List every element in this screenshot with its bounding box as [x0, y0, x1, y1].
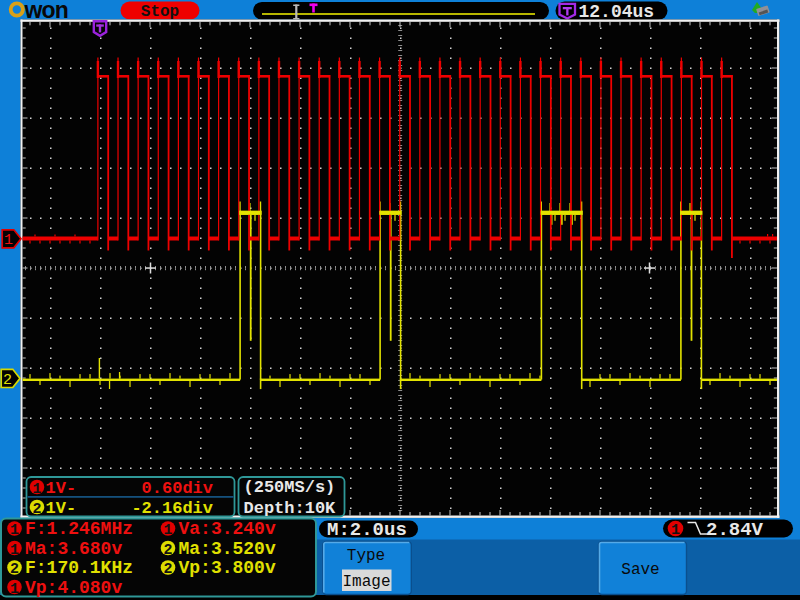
svg-text:Ma:3.520v: Ma:3.520v: [179, 539, 276, 559]
svg-text:Vp:4.080v: Vp:4.080v: [25, 578, 122, 598]
svg-text:1: 1: [32, 481, 41, 498]
svg-text:1: 1: [10, 542, 19, 559]
svg-text:M:2.0us: M:2.0us: [327, 519, 407, 541]
svg-text:won: won: [24, 0, 69, 23]
svg-text:Ma:3.680v: Ma:3.680v: [25, 539, 122, 559]
svg-text:1: 1: [10, 522, 19, 539]
svg-text:0.60div: 0.60div: [142, 479, 213, 498]
svg-text:Type: Type: [347, 547, 385, 565]
svg-text:1V-: 1V-: [46, 499, 77, 518]
svg-text:Depth:10K: Depth:10K: [244, 499, 337, 518]
svg-text:2: 2: [163, 542, 172, 559]
svg-text:12.04us: 12.04us: [579, 2, 655, 22]
svg-text:F:170.1KHz: F:170.1KHz: [25, 558, 133, 578]
svg-text:2: 2: [3, 372, 12, 389]
svg-text:(250MS/s): (250MS/s): [244, 478, 336, 497]
svg-text:2.84V: 2.84V: [706, 519, 764, 541]
svg-text:-2.16div: -2.16div: [131, 499, 213, 518]
svg-text:2: 2: [32, 501, 41, 518]
svg-text:Va:3.240v: Va:3.240v: [179, 519, 276, 539]
svg-text:1V-: 1V-: [46, 479, 77, 498]
svg-text:Save: Save: [621, 561, 659, 579]
svg-text:Stop: Stop: [141, 3, 179, 21]
svg-text:1: 1: [10, 581, 19, 598]
svg-text:1: 1: [163, 522, 172, 539]
svg-text:2: 2: [163, 561, 172, 578]
svg-text:F:1.246MHz: F:1.246MHz: [25, 519, 133, 539]
svg-text:1: 1: [4, 232, 13, 249]
svg-text:1: 1: [671, 522, 680, 539]
svg-text:Vp:3.800v: Vp:3.800v: [179, 558, 276, 578]
svg-text:2: 2: [10, 561, 19, 578]
svg-text:Image: Image: [342, 573, 390, 591]
